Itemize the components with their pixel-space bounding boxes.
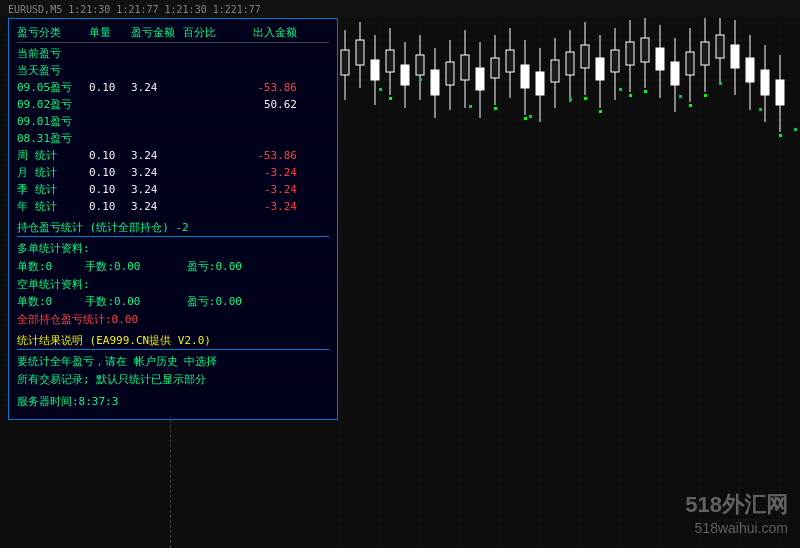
row-pct (183, 198, 235, 215)
row-pct (183, 181, 235, 198)
row-pct (183, 96, 235, 113)
row-qty (89, 62, 131, 79)
row-cat: 09.01盈亏 (17, 113, 89, 130)
data-rows-container: 当前盈亏 当天盈亏 09.05盈亏 0.10 3.24 -53.86 09.02… (17, 45, 329, 215)
row-qty (89, 113, 131, 130)
header-col2: 单量 (89, 25, 131, 40)
short-title: 空单统计资料: (17, 278, 90, 291)
top-bar-text: EURUSD,M5 1:21:30 1:21:77 1:21:30 1:221:… (8, 4, 261, 15)
row-qty (89, 96, 131, 113)
watermark-brand-small: 518waihui.com (685, 520, 788, 536)
table-row: 09.01盈亏 (17, 113, 329, 130)
row-inout: -53.86 (235, 79, 297, 96)
row-qty: 0.10 (89, 198, 131, 215)
row-cat: 当天盈亏 (17, 62, 89, 79)
row-pct (183, 147, 235, 164)
row-pct (183, 79, 235, 96)
total-pnl: 全部持仓盈亏统计:0.00 (17, 311, 329, 329)
stats-panel: 盈亏分类 单量 盈亏金额 百分比 出入金额 当前盈亏 当天盈亏 09.05盈亏 … (8, 18, 338, 420)
row-pnl: 3.24 (131, 147, 183, 164)
row-inout: -3.24 (235, 164, 297, 181)
table-row: 季 统计 0.10 3.24 -3.24 (17, 181, 329, 198)
row-cat: 月 统计 (17, 164, 89, 181)
row-cat: 季 统计 (17, 181, 89, 198)
short-pnl: 盈亏:0.00 (187, 295, 242, 308)
row-qty: 0.10 (89, 147, 131, 164)
header-col5: 出入金额 (235, 25, 297, 40)
table-row: 09.02盈亏 50.62 (17, 96, 329, 113)
row-pnl: 3.24 (131, 79, 183, 96)
short-title-line: 空单统计资料: (17, 276, 329, 294)
table-row: 09.05盈亏 0.10 3.24 -53.86 (17, 79, 329, 96)
row-cat: 当前盈亏 (17, 45, 89, 62)
long-stats-line: 单数:0 手数:0.00 盈亏:0.00 (17, 258, 329, 276)
result-title: 统计结果说明 (EA999.CN提供 V2.0) (17, 333, 329, 350)
long-lots: 手数:0.00 (85, 260, 140, 273)
row-inout: 50.62 (235, 96, 297, 113)
row-cat: 周 统计 (17, 147, 89, 164)
header-col3: 盈亏金额 (131, 25, 183, 40)
row-qty (89, 130, 131, 147)
header-col4: 百分比 (183, 25, 235, 40)
row-cat: 08.31盈亏 (17, 130, 89, 147)
pnl-table: 盈亏分类 单量 盈亏金额 百分比 出入金额 当前盈亏 当天盈亏 09.05盈亏 … (17, 25, 329, 215)
row-pnl (131, 113, 183, 130)
table-row: 08.31盈亏 (17, 130, 329, 147)
row-pct (183, 164, 235, 181)
row-cat: 年 统计 (17, 198, 89, 215)
row-pnl (131, 96, 183, 113)
row-inout (235, 45, 297, 62)
row-pnl (131, 62, 183, 79)
table-row: 当前盈亏 (17, 45, 329, 62)
row-cat: 09.02盈亏 (17, 96, 89, 113)
result-line1: 要统计全年盈亏，请在 帐户历史 中选择 (17, 353, 329, 371)
row-pct (183, 45, 235, 62)
row-qty: 0.10 (89, 164, 131, 181)
short-qty: 单数:0 (17, 295, 52, 308)
table-header: 盈亏分类 单量 盈亏金额 百分比 出入金额 (17, 25, 329, 43)
row-inout (235, 62, 297, 79)
header-col1: 盈亏分类 (17, 25, 89, 40)
watermark: 518外汇网 518waihui.com (685, 490, 788, 536)
long-pnl: 盈亏:0.00 (187, 260, 242, 273)
watermark-brand-big: 518外汇网 (685, 490, 788, 520)
row-inout: -3.24 (235, 181, 297, 198)
row-cat: 09.05盈亏 (17, 79, 89, 96)
top-bar: EURUSD,M5 1:21:30 1:21:77 1:21:30 1:221:… (0, 0, 800, 18)
short-stats-line: 单数:0 手数:0.00 盈亏:0.00 (17, 293, 329, 311)
table-row: 周 统计 0.10 3.24 -53.86 (17, 147, 329, 164)
row-inout: -53.86 (235, 147, 297, 164)
row-qty: 0.10 (89, 79, 131, 96)
table-row: 月 统计 0.10 3.24 -3.24 (17, 164, 329, 181)
row-inout: -3.24 (235, 198, 297, 215)
long-title: 多单统计资料: (17, 242, 90, 255)
server-time: 服务器时间:8:37:3 (17, 394, 329, 409)
holding-title: 持仓盈亏统计 (统计全部持仓) -2 (17, 220, 329, 237)
short-lots: 手数:0.00 (85, 295, 140, 308)
row-pct (183, 113, 235, 130)
row-pnl: 3.24 (131, 164, 183, 181)
table-row: 年 统计 0.10 3.24 -3.24 (17, 198, 329, 215)
long-qty: 单数:0 (17, 260, 52, 273)
row-pnl (131, 45, 183, 62)
row-pct (183, 130, 235, 147)
row-inout (235, 113, 297, 130)
row-pct (183, 62, 235, 79)
row-pnl: 3.24 (131, 181, 183, 198)
row-qty (89, 45, 131, 62)
table-row: 当天盈亏 (17, 62, 329, 79)
row-inout (235, 130, 297, 147)
long-title-line: 多单统计资料: (17, 240, 329, 258)
row-qty: 0.10 (89, 181, 131, 198)
row-pnl: 3.24 (131, 198, 183, 215)
result-line2: 所有交易记录; 默认只统计已显示部分 (17, 371, 329, 389)
row-pnl (131, 130, 183, 147)
